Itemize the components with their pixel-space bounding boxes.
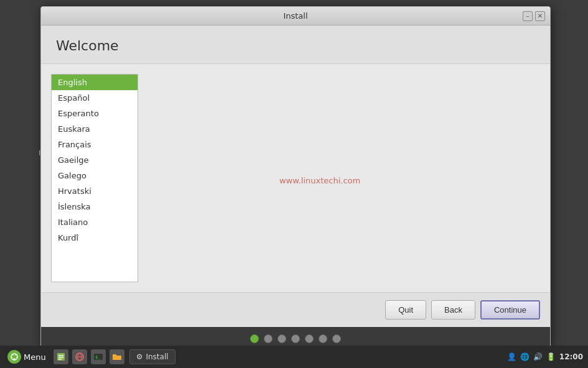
install-window: Install – ✕ Welcome English Español Espe… [40, 6, 551, 351]
page-header: Welcome [41, 25, 550, 64]
language-item-kurdi[interactable]: Kurdî [52, 230, 138, 246]
taskbar-browser-icon[interactable] [72, 349, 87, 364]
desktop: Install – ✕ Welcome English Español Espe… [0, 0, 588, 368]
language-item-espanol[interactable]: Español [52, 90, 138, 106]
linux-mint-icon [7, 350, 21, 364]
taskbar-app-label: Install [146, 352, 168, 361]
progress-dot-4 [291, 334, 300, 343]
progress-dot-2 [264, 334, 273, 343]
network-icon: 🌐 [520, 352, 530, 361]
language-item-english[interactable]: English [52, 75, 138, 90]
taskbar-terminal-icon[interactable]: $_ [91, 349, 106, 364]
quit-button[interactable]: Quit [385, 300, 426, 320]
progress-dot-3 [278, 334, 286, 343]
language-item-islenska[interactable]: Íslenska [52, 199, 138, 214]
battery-icon: 🔋 [546, 352, 556, 361]
taskbar-folder-icon[interactable] [110, 349, 124, 364]
continue-button[interactable]: Continue [480, 300, 540, 320]
svg-rect-3 [58, 357, 63, 358]
titlebar: Install – ✕ [41, 7, 550, 25]
progress-dot-1 [250, 334, 259, 343]
close-button[interactable]: ✕ [535, 11, 545, 21]
language-list[interactable]: English Español Esperanto Euskara França… [51, 74, 138, 282]
menu-label: Menu [24, 352, 46, 362]
language-item-hrvatski[interactable]: Hrvatski [52, 183, 138, 199]
language-item-euskara[interactable]: Euskara [52, 121, 138, 137]
taskbar-app-icon: ⚙ [136, 352, 143, 361]
clock: 12:00 [559, 352, 583, 361]
page-title: Welcome [56, 38, 535, 53]
window-content: Welcome English Español Esperanto Euskar… [41, 25, 550, 327]
svg-rect-2 [58, 355, 63, 356]
language-item-gaeilge[interactable]: Gaeilge [52, 152, 138, 168]
taskbar: Menu $_ [0, 346, 588, 368]
progress-dot-5 [305, 334, 314, 343]
minimize-button[interactable]: – [523, 11, 533, 21]
progress-dot-6 [319, 334, 327, 343]
titlebar-controls: – ✕ [523, 11, 545, 21]
progress-dot-7 [332, 334, 341, 343]
window-footer: Quit Back Continue [41, 292, 550, 327]
taskbar-files-icon[interactable] [54, 349, 68, 364]
audio-icon: 🔊 [533, 352, 543, 361]
main-area: English Español Esperanto Euskara França… [41, 64, 550, 292]
language-item-galego[interactable]: Galego [52, 168, 138, 183]
language-item-francais[interactable]: Français [52, 137, 138, 152]
taskbar-right: 👤 🌐 🔊 🔋 12:00 [507, 352, 588, 361]
language-item-esperanto[interactable]: Esperanto [52, 106, 138, 121]
window-title: Install [283, 11, 307, 21]
taskbar-install-app[interactable]: ⚙ Install [129, 349, 175, 364]
button-row: Quit Back Continue [41, 293, 550, 327]
taskbar-left: Menu $_ [0, 347, 175, 366]
back-button[interactable]: Back [431, 300, 475, 320]
user-icon: 👤 [507, 352, 516, 361]
svg-text:$_: $_ [95, 355, 101, 360]
svg-rect-4 [58, 359, 62, 360]
taskbar-menu-button[interactable]: Menu [2, 347, 51, 366]
language-item-italiano[interactable]: Italiano [52, 214, 138, 230]
watermark: www.linuxtechi.com [279, 175, 360, 185]
